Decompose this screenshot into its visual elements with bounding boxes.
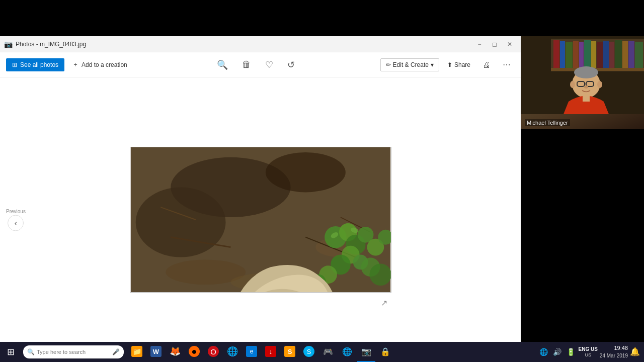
svg-point-2 — [265, 152, 345, 192]
more-options-button[interactable]: ⋯ — [499, 57, 515, 72]
svg-rect-49 — [635, 42, 643, 68]
taskbar-app-browser2[interactable]: 🌐 — [338, 342, 356, 362]
title-bar: 📷 Photos - m_IMG_0483.jpg − ◻ ✕ — [0, 36, 521, 52]
svg-rect-39 — [573, 41, 579, 68]
svg-point-3 — [135, 187, 225, 257]
webcam-video: Michael Tellinger — [521, 36, 644, 129]
svg-rect-43 — [597, 42, 603, 68]
start-button[interactable]: ⊞ — [0, 342, 21, 362]
svg-rect-47 — [622, 41, 628, 68]
battery-icon[interactable]: 🔋 — [565, 347, 577, 357]
edit-create-label: Edit & Create — [393, 61, 429, 68]
see-all-label: See all photos — [20, 61, 58, 68]
title-bar-controls: − ◻ ✕ — [472, 39, 517, 50]
share-button[interactable]: ⬆ Share — [443, 59, 474, 71]
taskbar-app-lock[interactable]: 🔒 — [376, 342, 394, 362]
svg-point-58 — [597, 81, 602, 88]
taskbar-app-photos[interactable]: 📷 — [357, 342, 375, 362]
taskbar-app-game[interactable]: 🎮 — [319, 342, 337, 362]
taskbar-app-word[interactable]: W — [147, 342, 165, 362]
close-button[interactable]: ✕ — [503, 39, 517, 50]
taskbar-app-s1[interactable]: S — [281, 342, 299, 362]
chevron-down-icon: ▾ — [431, 61, 434, 68]
edit-icon: ✏ — [386, 61, 391, 68]
svg-rect-46 — [615, 40, 622, 68]
edit-create-button[interactable]: ✏ Edit & Create ▾ — [380, 58, 439, 71]
svg-point-56 — [584, 85, 588, 88]
search-icon: 🔍 — [27, 348, 35, 355]
rotate-icon: ↺ — [287, 59, 295, 70]
notification-icon[interactable]: 🔔 — [630, 347, 640, 356]
windows-icon: ⊞ — [7, 346, 15, 357]
taskbar-apps: 📁 W 🦊 ● O 🌐 e ↓ S — [126, 342, 534, 362]
svg-rect-37 — [560, 41, 565, 68]
svg-point-20 — [369, 263, 391, 286]
svg-rect-42 — [591, 41, 596, 68]
window-icon: 📷 — [4, 40, 13, 48]
taskbar-search-bar[interactable]: 🔍 🎤 — [23, 345, 124, 358]
minimize-button[interactable]: − — [472, 39, 487, 50]
toolbar-center: 🔍 🗑 ♡ ↺ — [135, 56, 376, 73]
content-area: Previous ‹ — [0, 77, 521, 362]
heart-icon: ♡ — [265, 59, 273, 70]
photo-display — [130, 147, 391, 293]
svg-point-52 — [574, 66, 598, 78]
print-icon: 🖨 — [482, 60, 491, 69]
svg-rect-44 — [603, 41, 609, 68]
svg-rect-48 — [628, 41, 634, 68]
svg-rect-41 — [584, 40, 591, 68]
toolbar: ⊞ See all photos ＋ Add to a creation 🔍 🗑… — [0, 52, 521, 77]
photo-container: ↗ — [130, 147, 391, 293]
previous-label: Previous — [6, 209, 26, 214]
delete-icon: 🗑 — [242, 59, 251, 70]
zoom-button[interactable]: 🔍 — [214, 56, 231, 73]
share-label: Share — [454, 61, 470, 68]
webcam-overlay: Michael Tellinger — [521, 36, 644, 129]
expand-icon[interactable]: ↗ — [381, 298, 387, 308]
add-creation-label: Add to a creation — [82, 61, 127, 68]
plus-icon: ＋ — [72, 60, 78, 69]
search-input[interactable] — [37, 349, 102, 355]
delete-button[interactable]: 🗑 — [239, 56, 254, 73]
share-icon: ⬆ — [447, 61, 452, 68]
taskbar-app-4[interactable]: ● — [185, 342, 203, 362]
svg-point-57 — [570, 81, 575, 88]
zoom-icon: 🔍 — [217, 59, 228, 70]
webcam-background — [521, 36, 644, 114]
photos-window: 📷 Photos - m_IMG_0483.jpg − ◻ ✕ ⊞ See al… — [0, 36, 521, 362]
more-icon: ⋯ — [503, 60, 511, 69]
rotate-button[interactable]: ↺ — [284, 56, 298, 73]
taskbar-right: 🌐 🔊 🔋 ENG US US 19:48 24 Mar 2019 🔔 — [534, 344, 645, 359]
svg-rect-40 — [579, 42, 584, 68]
svg-rect-38 — [566, 42, 573, 68]
favorite-button[interactable]: ♡ — [262, 56, 276, 73]
taskbar-app-downloader[interactable]: ↓ — [262, 342, 280, 362]
taskbar: ⊞ 🔍 🎤 📁 W 🦊 ● O 🌐 e — [0, 342, 644, 362]
photo-image — [130, 147, 391, 292]
photos-icon: ⊞ — [12, 61, 17, 68]
taskbar-app-3[interactable]: 🦊 — [166, 342, 184, 362]
svg-rect-36 — [553, 40, 559, 68]
nav-previous[interactable]: Previous ‹ — [6, 209, 26, 231]
clock[interactable]: 19:48 24 Mar 2019 — [600, 344, 628, 359]
volume-icon[interactable]: 🔊 — [551, 347, 563, 357]
toolbar-right: ✏ Edit & Create ▾ ⬆ Share 🖨 ⋯ — [380, 57, 515, 72]
previous-button[interactable]: ‹ — [8, 215, 24, 231]
svg-rect-59 — [583, 96, 590, 102]
title-bar-left: 📷 Photos - m_IMG_0483.jpg — [4, 40, 86, 48]
network-icon[interactable]: 🌐 — [538, 347, 549, 357]
window-title: Photos - m_IMG_0483.jpg — [16, 41, 86, 48]
taskbar-app-edge[interactable]: e — [243, 342, 261, 362]
add-to-creation-button[interactable]: ＋ Add to a creation — [68, 57, 131, 72]
mic-icon: 🎤 — [112, 348, 120, 355]
svg-rect-45 — [609, 42, 614, 68]
top-bar — [0, 0, 644, 36]
maximize-button[interactable]: ◻ — [488, 39, 502, 50]
print-button[interactable]: 🖨 — [478, 58, 495, 72]
taskbar-app-opera[interactable]: O — [204, 342, 222, 362]
see-all-photos-button[interactable]: ⊞ See all photos — [6, 58, 64, 71]
taskbar-app-file-explorer[interactable]: 📁 — [128, 342, 146, 362]
language-indicator[interactable]: ENG US US — [579, 346, 598, 358]
taskbar-app-chrome[interactable]: 🌐 — [223, 342, 242, 362]
taskbar-app-skype[interactable]: S — [300, 342, 318, 362]
